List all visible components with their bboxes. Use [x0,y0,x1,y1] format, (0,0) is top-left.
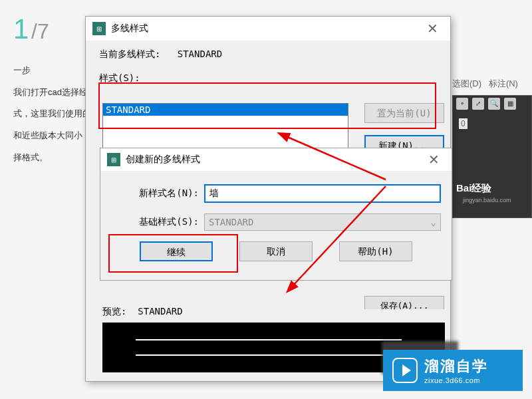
toolbar-icon-1[interactable]: ⚬ [456,98,468,110]
base-style-label: 基础样式(S): [111,216,204,228]
app-icon: ⊞ [92,22,106,35]
toolbar-icon-2[interactable]: ⤢ [472,98,484,110]
listbox-item-selected[interactable]: STANDARD [103,104,348,116]
cancel-button[interactable]: 取消 [239,241,313,261]
app-icon: ⊞ [107,153,120,166]
dialog-sub-titlebar[interactable]: ⊞ 创建新的多线样式 ✕ [100,148,452,171]
close-icon[interactable]: ✕ [423,152,445,168]
save-button-partial[interactable]: 保存(A)... [364,296,444,309]
coord-label: 0 [459,118,467,129]
close-icon[interactable]: ✕ [422,21,444,37]
base-style-select[interactable]: STANDARD ⌄ [204,213,441,231]
menu-fragment: 选图(D) 标注(N) [452,78,518,90]
dialog-sub-title: 创建新的多线样式 [126,154,200,166]
set-current-button[interactable]: 置为当前(U) [364,103,444,123]
zixue-watermark: 溜溜自学 zixue.3d66.com [383,350,523,391]
watermark-title: 溜溜自学 [424,356,488,376]
new-style-name-label: 新样式名(N): [111,188,204,200]
new-style-name-input[interactable] [204,184,441,203]
baidu-watermark-url: jingyan.baidu.com [463,197,511,203]
dialog-main-titlebar[interactable]: ⊞ 多线样式 ✕ [86,17,450,41]
preview-label: 预览: STANDARD [102,306,183,318]
play-icon [392,358,418,383]
styles-label: 样式(S): [99,72,437,84]
watermark-url: zixue.3d66.com [424,376,488,384]
step-number-total: /7 [31,19,49,43]
toolbar-icon-4[interactable]: ▦ [504,98,516,110]
dialog-main-title: 多线样式 [111,23,148,35]
current-style-row: 当前多线样式: STANDARD [99,49,437,61]
step-number-current: 1 [13,13,29,45]
help-button[interactable]: 帮助(H) [339,241,412,261]
create-new-style-dialog: ⊞ 创建新的多线样式 ✕ 新样式名(N): 基础样式(S): STANDARD … [100,148,452,281]
continue-button[interactable]: 继续 [140,241,213,261]
toolbar-icon-3[interactable]: 🔍 [488,98,500,110]
baidu-watermark-logo: Bai经验 [456,182,491,195]
chevron-down-icon: ⌄ [431,217,436,227]
cad-toolbar-dark: ⚬ ⤢ 🔍 ▦ Bai经验 jingyan.baidu.com [452,95,532,218]
